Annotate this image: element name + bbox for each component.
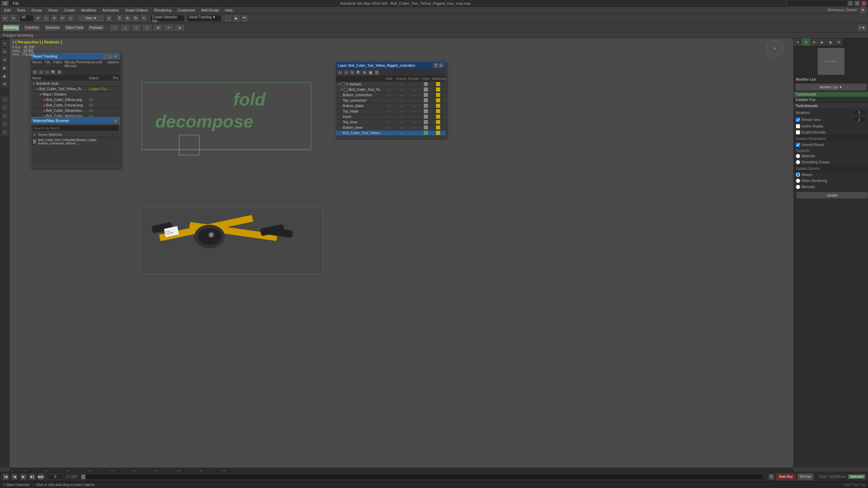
table-row[interactable]: ■ Bolt_Cutter_Diffuse.png Ok	[31, 97, 120, 103]
mat-close[interactable]: ×	[113, 118, 118, 123]
snap-toggle[interactable]: S	[116, 15, 123, 22]
layer-row-bottom-lever[interactable]: Bottom_lever ———	[336, 125, 446, 130]
layer-close[interactable]: ×	[439, 63, 443, 68]
asset-close[interactable]: ×	[113, 54, 118, 59]
pivot-center[interactable]: ⊙	[105, 15, 113, 22]
layer-row-top-blade[interactable]: Top_blade ———	[336, 109, 446, 114]
layer-settings[interactable]: ⚙	[362, 70, 367, 75]
poly-tool-4[interactable]: ⬡	[142, 24, 152, 32]
modifier-dropdown[interactable]: Modifier List ▼	[795, 83, 867, 91]
display-btn[interactable]: ◉	[1, 72, 8, 80]
asset-menu-server[interactable]: Server	[32, 60, 42, 68]
layer-row-top-conn[interactable]: Top_connection ———	[336, 98, 446, 103]
filter-input[interactable]: All	[20, 15, 34, 22]
time-config-btn[interactable]: ⏱	[768, 474, 774, 480]
undo-button[interactable]: ↩	[1, 15, 9, 22]
autokey-btn[interactable]: Auto Key	[776, 473, 796, 481]
render-iters-check[interactable]	[796, 118, 800, 122]
layer-dropdown[interactable]: Asset Tracking ▼	[188, 15, 221, 22]
hierarchy-btn[interactable]: ⊕	[1, 56, 8, 63]
go-end-btn[interactable]: ▶▶|	[38, 474, 44, 480]
layer-row-controllers[interactable]: Bolt_Cutter_Tool_Yellow_Rigged_cont... —…	[336, 130, 446, 136]
timeline-track[interactable]	[81, 474, 763, 480]
render-frame[interactable]: 📷	[241, 15, 248, 22]
next-frame-btn[interactable]: ▶|	[29, 474, 35, 480]
polygon-btn[interactable]: P	[1, 120, 8, 128]
rs-modify-tab[interactable]: ⚙	[802, 38, 810, 46]
workspace-dropdown[interactable]: ▼	[859, 6, 867, 14]
menu-views[interactable]: Views	[45, 7, 60, 13]
poly-tool-6[interactable]: ✂	[164, 24, 174, 32]
menu-help[interactable]: Help	[222, 7, 236, 13]
layer-edit[interactable]: ✎	[350, 70, 355, 75]
layer-help[interactable]: ?	[433, 63, 438, 68]
element-btn[interactable]: El	[1, 128, 8, 136]
object-paint-tab[interactable]: Object Paint	[65, 24, 84, 31]
extra-options[interactable]: + ▼	[857, 24, 867, 32]
table-row[interactable]: ■ Bolt_Cutter_Tool_Yellow_Rigged_max_vra…	[31, 86, 120, 92]
menu-animation[interactable]: Animation	[100, 7, 122, 13]
layer-options[interactable]: ☰	[374, 70, 379, 75]
menu-maxscript[interactable]: MAXScript	[199, 7, 222, 13]
addtime-tag-btn[interactable]: + Add Time Tag	[842, 483, 865, 487]
angle-snap[interactable]: A	[124, 15, 131, 22]
create-panel-btn[interactable]: ✦	[1, 40, 8, 47]
layer-view[interactable]: ▦	[368, 70, 373, 75]
layer-row-insert[interactable]: Insert ———	[336, 114, 446, 120]
play-btn[interactable]: ▶	[20, 474, 26, 480]
layer-delete[interactable]: ×	[337, 70, 343, 75]
layer-row-bottom-blade[interactable]: Bottom_blade ———	[336, 103, 446, 109]
smoothing-groups-radio[interactable]	[796, 160, 800, 164]
selection-tab[interactable]: Selection	[44, 24, 61, 31]
menu-modifiers[interactable]: Modifiers	[78, 7, 99, 13]
explicit-check[interactable]	[796, 130, 800, 135]
asset-remove[interactable]: −	[44, 69, 50, 75]
motion-btn[interactable]: ▶	[1, 64, 8, 72]
go-start-btn[interactable]: |◀	[3, 474, 9, 480]
ref-coord[interactable]: View ▼	[77, 15, 104, 22]
menu-edit[interactable]: Edit	[1, 7, 13, 13]
asset-find[interactable]: 🔍	[51, 69, 56, 75]
named-selection[interactable]: Create Selection Sel	[151, 15, 184, 22]
menu-file[interactable]: File	[10, 1, 22, 6]
always-radio[interactable]	[796, 172, 800, 177]
asset-maximize[interactable]: □	[108, 54, 113, 59]
minimize-button[interactable]: _	[848, 1, 853, 6]
list-item[interactable]: Bolt_Cutter_MAT (VRayMtl) [Bottom_blade,…	[31, 138, 120, 146]
asset-menu-options[interactable]: Options	[107, 60, 119, 68]
scale-button[interactable]: ⬡	[67, 15, 74, 22]
layer-add[interactable]: +	[343, 70, 349, 75]
menu-graph-editors[interactable]: Graph Editors	[122, 7, 151, 13]
asset-menu-file[interactable]: File	[45, 60, 50, 68]
table-row[interactable]: ■ Bolt_Cutter_Glossiness.png Ok	[31, 108, 120, 114]
rs-hierarchy-tab[interactable]: ⊕	[810, 38, 818, 46]
modifier-turbosm[interactable]: TurboSmooth	[794, 92, 868, 97]
close-button[interactable]: ×	[861, 1, 867, 6]
vp-gizmo[interactable]: ⊕	[766, 40, 783, 57]
asset-refresh[interactable]: ↻	[32, 69, 38, 75]
percent-snap[interactable]: %	[132, 15, 139, 22]
setkey-btn[interactable]: Set Key	[797, 473, 814, 481]
rotate-button[interactable]: ↻	[59, 15, 66, 22]
table-row[interactable]: ■ Bolt_Cutter_Fresnel.png Ok	[31, 103, 120, 108]
rs-utilities-tab[interactable]: ⚒	[834, 38, 843, 46]
asset-minimize[interactable]: _	[102, 54, 107, 59]
edge-btn[interactable]: E	[1, 104, 8, 111]
isoline-check[interactable]	[796, 124, 800, 128]
materials-radio[interactable]	[796, 154, 800, 158]
layer-titlebar[interactable]: Layer: Bolt_Cutter_Tool_Yellow_Rigged_co…	[336, 62, 446, 69]
rs-display-tab[interactable]: ◉	[826, 38, 834, 46]
poly-tool-1[interactable]: □	[110, 24, 120, 32]
asset-menu-bitmaps[interactable]: Bitmap Performance and Memory	[64, 60, 104, 68]
poly-tool-7[interactable]: ⊛	[175, 24, 185, 32]
spinner-snap[interactable]: ✎	[140, 15, 147, 22]
menu-rendering[interactable]: Rendering	[152, 7, 174, 13]
asset-add[interactable]: +	[38, 69, 44, 75]
current-frame-input[interactable]	[47, 474, 64, 480]
iterations-input[interactable]	[852, 110, 866, 115]
quick-render[interactable]: ▶	[233, 15, 240, 22]
asset-menu-paths[interactable]: Paths	[53, 60, 62, 68]
select-region[interactable]: □	[42, 15, 50, 22]
poly-tool-2[interactable]: △	[120, 24, 131, 32]
layer-row-top-lever[interactable]: Top_lever ———	[336, 120, 446, 125]
